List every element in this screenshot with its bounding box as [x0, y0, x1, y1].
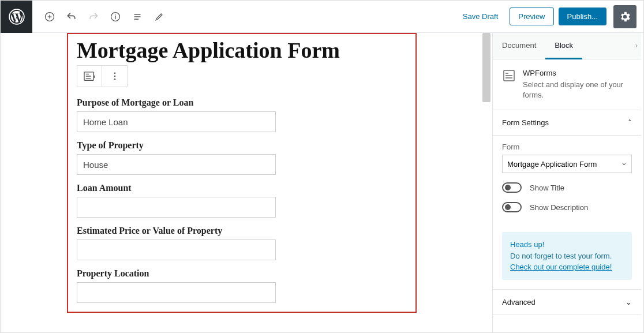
property-location-input[interactable] — [77, 282, 276, 303]
advanced-panel-toggle[interactable]: Advanced ⌄ — [493, 289, 641, 315]
undo-icon — [66, 11, 77, 23]
chevron-up-icon: ˄ — [628, 118, 632, 127]
block-type-button[interactable] — [77, 66, 102, 87]
field-label: Loan Amount — [77, 183, 407, 193]
block-info: WPForms Select and display one of your f… — [493, 59, 641, 110]
show-description-label: Show Description — [530, 203, 588, 212]
show-description-toggle[interactable] — [502, 202, 522, 212]
form-select-label: Form — [502, 143, 632, 151]
notice-link[interactable]: Check out our complete guide! — [510, 263, 612, 271]
loan-amount-input[interactable] — [77, 197, 276, 218]
info-icon — [110, 11, 121, 23]
form-settings-panel: Form ⌄ Show Title Show Description — [493, 136, 641, 223]
wordpress-logo[interactable] — [1, 1, 32, 33]
chevron-down-icon: ⌄ — [626, 298, 632, 306]
list-icon — [132, 11, 143, 23]
notice-box: Heads up! Do not forget to test your for… — [502, 232, 632, 280]
add-block-button[interactable] — [39, 6, 60, 27]
tab-block[interactable]: Block — [545, 33, 582, 59]
form-icon — [83, 71, 96, 81]
svg-point-5 — [114, 76, 115, 77]
publish-button[interactable]: Publish... — [559, 8, 606, 25]
show-title-label: Show Title — [530, 184, 564, 192]
editor-toolbar: Save Draft Preview Publish... — [32, 1, 643, 33]
property-type-input[interactable] — [77, 154, 276, 175]
settings-sidebar: Document Block › WPForms Select and disp… — [492, 33, 641, 332]
dots-vertical-icon — [110, 71, 120, 81]
toolbar-right: Save Draft Preview Publish... — [456, 5, 636, 28]
block-more-button[interactable] — [102, 66, 127, 87]
block-name: WPForms — [523, 69, 632, 77]
outline-button[interactable] — [127, 6, 148, 27]
panel-title: Form Settings — [502, 118, 549, 127]
show-title-toggle[interactable] — [502, 182, 522, 193]
form-select[interactable] — [502, 155, 632, 173]
block-toolbar — [77, 65, 128, 87]
page-title: Mortgage Application Form — [77, 34, 407, 65]
undo-button[interactable] — [61, 6, 82, 27]
field-label: Type of Property — [77, 140, 407, 151]
settings-toggle-button[interactable] — [613, 5, 636, 28]
toolbar-left — [39, 6, 170, 27]
info-button[interactable] — [105, 6, 126, 27]
save-draft-button[interactable]: Save Draft — [456, 8, 505, 25]
notice-text: Do not forget to test your form. — [510, 252, 612, 260]
form-block[interactable]: Mortgage Application Form Purpose of Mor… — [67, 33, 417, 313]
svg-point-6 — [114, 78, 115, 80]
field-label: Estimated Price or Value of Property — [77, 226, 407, 236]
sidebar-tabs: Document Block › — [493, 33, 641, 59]
estimated-price-input[interactable] — [77, 240, 276, 260]
block-description: Select and display one of your forms. — [523, 80, 632, 100]
notice-heading: Heads up! — [510, 240, 544, 249]
wordpress-icon — [9, 9, 25, 25]
purpose-input[interactable] — [77, 111, 276, 132]
gear-icon — [619, 10, 631, 23]
preview-button[interactable]: Preview — [510, 8, 553, 25]
plus-circle-icon — [44, 11, 55, 23]
tab-document[interactable]: Document — [493, 33, 545, 59]
field-label: Property Location — [77, 268, 407, 279]
field-label: Purpose of Mortgage or Loan — [77, 98, 407, 108]
redo-icon — [88, 11, 99, 23]
chevron-right-icon: › — [635, 41, 638, 50]
wpforms-icon — [502, 69, 516, 83]
pencil-icon — [153, 11, 165, 23]
form-settings-panel-toggle[interactable]: Form Settings ˄ — [493, 110, 641, 136]
editor-canvas: Mortgage Application Form Purpose of Mor… — [32, 33, 492, 332]
panel-title: Advanced — [502, 298, 536, 306]
redo-button[interactable] — [83, 6, 104, 27]
edit-button[interactable] — [149, 6, 170, 27]
svg-point-4 — [114, 72, 115, 74]
